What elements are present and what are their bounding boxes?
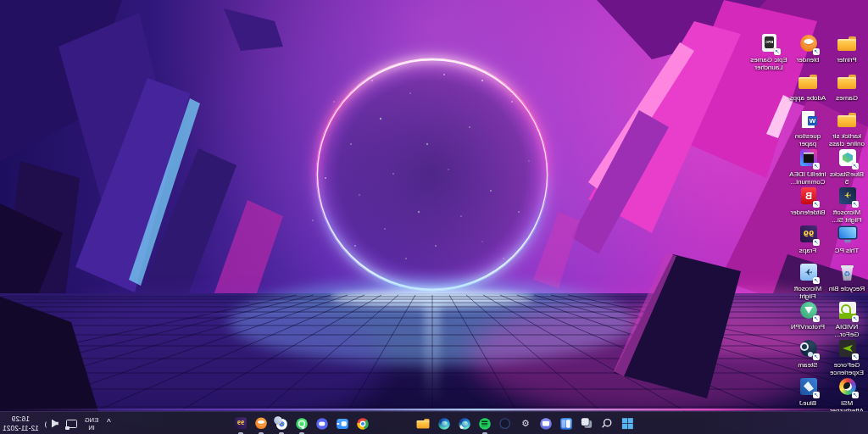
store-bag-icon xyxy=(397,416,410,430)
desktop-icon-flight-simulator[interactable]: ↗Microsoft Flight Simu... xyxy=(788,263,827,302)
fraps-icon xyxy=(234,416,248,430)
desktop-icon-protonvpn[interactable]: ↗ProtonVPN xyxy=(788,301,827,331)
envelope-icon xyxy=(376,416,390,430)
icon-label: Adobe apps xyxy=(788,94,827,102)
icon-label: GeForce Experience xyxy=(827,361,866,377)
desktop-icon-bluej[interactable]: ↗BlueJ xyxy=(788,377,827,407)
taskbar: ^ ENGIN 16:2912-11-2021 xyxy=(0,411,868,434)
desktop-icon-msi-afterburner[interactable]: ↗MSI Afterburner xyxy=(827,377,866,415)
shortcut-arrow-icon: ↗ xyxy=(813,353,820,360)
icon-label: ProtonVPN xyxy=(788,323,827,331)
desktop-screen: ↗Printer ↗Games ↗kartick sir online clas… xyxy=(0,0,868,434)
file-explorer-button[interactable] xyxy=(414,413,434,434)
ring-app-icon xyxy=(498,416,512,430)
mail-button[interactable] xyxy=(373,413,393,434)
folder-icon xyxy=(837,34,857,54)
search-button[interactable] xyxy=(597,413,617,434)
spotify-icon xyxy=(478,416,492,430)
widgets-button[interactable] xyxy=(556,413,576,434)
edge-button[interactable] xyxy=(434,413,454,434)
fraps-button[interactable] xyxy=(231,413,251,434)
icon-label: Printer xyxy=(827,56,866,64)
desktop-icon-adobe-apps[interactable]: ↗Adobe apps xyxy=(788,72,827,102)
chrome-icon xyxy=(356,416,370,430)
edge-badged-icon xyxy=(458,416,471,430)
shortcut-arrow-icon: ↗ xyxy=(852,163,859,170)
folder-icon xyxy=(416,416,430,430)
icon-label: Games xyxy=(827,94,866,102)
start-button[interactable] xyxy=(617,413,637,434)
ring-app-button[interactable] xyxy=(495,413,515,434)
desktop-icon-online-class[interactable]: ↗kartick sir online class xyxy=(827,110,866,148)
icon-label: Epic Games Launcher xyxy=(749,56,788,72)
shortcut-arrow-icon: ↗ xyxy=(813,277,820,284)
icon-label: Microsoft Flight Simu... xyxy=(788,285,827,302)
language-indicator[interactable]: ENGIN xyxy=(85,416,98,431)
icon-label: blender xyxy=(788,56,827,64)
settings-button[interactable] xyxy=(515,413,536,434)
neon-ring xyxy=(317,59,548,290)
desktop-icon-bitdefender[interactable]: ↗Bitdefender xyxy=(788,186,827,216)
desktop-icon-flight-sim[interactable]: ↗Microsoft Flight Si... xyxy=(827,186,866,225)
chrome-button[interactable] xyxy=(353,413,373,434)
desktop-icon-epic-games[interactable]: ↗Epic Games Launcher xyxy=(749,34,788,72)
system-tray: ^ ENGIN 16:2912-11-2021 xyxy=(3,412,113,434)
desktop-icon-nvidia[interactable]: ↗NVIDIA GeFor... xyxy=(827,301,866,339)
widgets-icon xyxy=(559,416,573,430)
icon-label: BlueStacks 5 xyxy=(827,170,866,186)
shortcut-arrow-icon: ↗ xyxy=(813,48,820,55)
language-line1: ENG xyxy=(85,416,98,424)
taskbar-center xyxy=(231,412,637,434)
desktop-icon-intellij[interactable]: ↗IntelliJ IDEA Communi... xyxy=(788,148,827,186)
app-stack-button[interactable] xyxy=(271,413,292,434)
blender-button[interactable] xyxy=(251,413,271,434)
task-view-button[interactable] xyxy=(576,413,597,434)
tray-time: 16:29 xyxy=(12,415,30,423)
desktop-icon-column-3: ↗Epic Games Launcher xyxy=(749,34,788,72)
shortcut-arrow-icon: ↗ xyxy=(774,48,781,55)
tray-clock[interactable]: 16:2912-11-2021 xyxy=(3,415,39,432)
chat-button[interactable] xyxy=(536,413,556,434)
recycle-bin-icon xyxy=(837,263,858,283)
tray-overflow-chevron[interactable]: ^ xyxy=(105,419,113,427)
desktop-icon-bluestacks[interactable]: ↗BlueStacks 5 xyxy=(827,148,866,186)
discord-button[interactable] xyxy=(312,413,332,434)
video-camera-icon xyxy=(336,416,349,430)
desktop-icon-this-pc[interactable]: ↗This PC xyxy=(827,225,866,254)
shortcut-arrow-icon: ↗ xyxy=(813,392,820,398)
icon-label: Fraps xyxy=(788,247,827,254)
shortcut-arrow-icon: ↗ xyxy=(813,163,820,170)
desktop-icon-question-paper[interactable]: ↗question paper debe... xyxy=(788,110,827,149)
word-document-icon xyxy=(798,110,819,131)
zoom-button[interactable] xyxy=(332,413,353,434)
shortcut-arrow-icon: ↗ xyxy=(852,392,859,398)
volume-icon[interactable] xyxy=(46,418,58,430)
chat-icon xyxy=(539,416,553,430)
desktop-icon-games[interactable]: ↗Games xyxy=(827,72,866,102)
desktop-icon-blender[interactable]: ↗blender xyxy=(788,34,827,64)
icon-label: Steam xyxy=(788,361,827,369)
edge-badged-button[interactable] xyxy=(454,413,475,434)
shortcut-arrow-icon: ↗ xyxy=(813,201,820,208)
desktop-icon-printer[interactable]: ↗Printer xyxy=(827,34,866,64)
microsoft-store-button[interactable] xyxy=(393,413,414,434)
icon-label: question paper debe... xyxy=(788,132,827,149)
shortcut-arrow-icon: ↗ xyxy=(852,315,859,322)
folder-icon xyxy=(798,72,818,92)
spotify-button[interactable] xyxy=(475,413,495,434)
shortcut-arrow-icon: ↗ xyxy=(813,315,820,322)
folder-icon xyxy=(837,72,857,92)
shortcut-arrow-icon: ↗ xyxy=(813,239,820,246)
icon-label: kartick sir online class xyxy=(827,132,866,148)
tray-date: 12-11-2021 xyxy=(3,424,39,432)
desktop-icon-fraps[interactable]: ↗Fraps xyxy=(788,225,827,254)
windows-logo-icon xyxy=(620,416,634,430)
desktop-icon-recycle-bin[interactable]: ↗Recycle Bin xyxy=(827,263,866,292)
whatsapp-button[interactable] xyxy=(292,413,312,434)
network-icon[interactable] xyxy=(65,418,78,430)
desktop-icon-steam[interactable]: ↗Steam xyxy=(788,339,827,369)
desktop-icon-geforce-experience[interactable]: ↗GeForce Experience xyxy=(827,339,866,377)
icon-label: Microsoft Flight Si... xyxy=(827,209,866,225)
icon-label: NVIDIA GeFor... xyxy=(827,323,866,339)
icon-label: IntelliJ IDEA Communi... xyxy=(788,170,827,186)
